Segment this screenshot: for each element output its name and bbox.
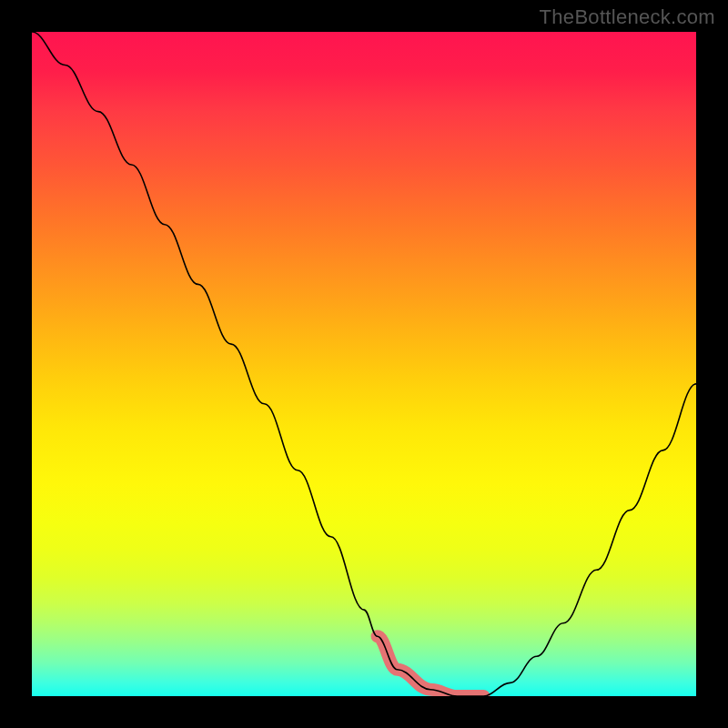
watermark-text: TheBottleneck.com	[540, 5, 715, 29]
chart-plot-area	[32, 32, 696, 696]
chart-svg	[32, 32, 696, 696]
bottleneck-curve	[32, 32, 696, 696]
